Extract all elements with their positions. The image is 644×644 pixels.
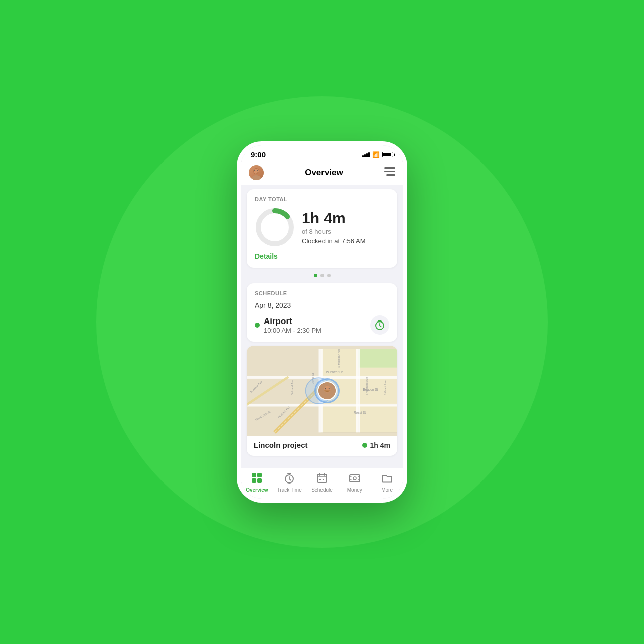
svg-text:W Potter Dr: W Potter Dr <box>326 370 343 374</box>
svg-text:Oakland Ave: Oakland Ave <box>291 380 294 395</box>
svg-point-52 <box>353 477 356 480</box>
svg-text:S Grant Ave: S Grant Ave <box>384 380 387 395</box>
nav-label-track-time: Track Time <box>277 487 302 493</box>
schedule-item: Airport 10:00 AM - 2:30 PM <box>255 315 389 335</box>
schedule-card: SCHEDULE Apr 8, 2023 Airport 10:00 AM - … <box>247 283 397 342</box>
map-footer: Lincoln project 1h 4m <box>247 436 397 454</box>
top-nav: Overview <box>241 161 403 185</box>
svg-rect-7 <box>386 174 395 176</box>
page-title: Overview <box>305 168 343 178</box>
svg-point-42 <box>329 388 330 389</box>
status-bar: 9:00 📶 <box>241 145 403 161</box>
nav-label-money: Money <box>347 487 362 493</box>
main-content: DAY TOTAL 1h 4m of 8 hours Cloc <box>241 185 403 468</box>
menu-icon[interactable] <box>384 167 395 179</box>
user-location-pin <box>314 378 340 403</box>
donut-chart <box>255 207 295 247</box>
money-icon <box>349 472 360 486</box>
svg-point-41 <box>325 388 326 389</box>
schedule-date: Apr 8, 2023 <box>255 301 389 309</box>
nav-label-more: More <box>381 487 393 493</box>
day-total-content: 1h 4m of 8 hours Clocked in at 7:56 AM <box>255 207 389 247</box>
svg-text:S Michigan Ave: S Michigan Ave <box>337 349 340 368</box>
status-icons: 📶 <box>362 151 393 158</box>
schedule-details: Airport 10:00 AM - 2:30 PM <box>264 316 321 334</box>
day-total-label: DAY TOTAL <box>255 196 389 202</box>
wifi-icon: 📶 <box>372 151 380 158</box>
svg-point-1 <box>252 175 261 180</box>
day-total-time: 1h 4m <box>302 210 365 227</box>
dot-1[interactable] <box>314 274 317 277</box>
schedule-time-range: 10:00 AM - 2:30 PM <box>264 327 321 334</box>
map-background: W Potter Dr Joyce St Oakland Ave S Linco… <box>247 346 397 436</box>
nav-label-overview: Overview <box>246 487 268 493</box>
nav-item-more[interactable]: More <box>373 472 401 493</box>
schedule-location: Airport <box>264 316 321 327</box>
svg-text:Rossi St: Rossi St <box>354 411 366 414</box>
svg-rect-48 <box>317 474 327 482</box>
day-total-card: DAY TOTAL 1h 4m of 8 hours Cloc <box>247 189 397 268</box>
day-total-of-hours: of 8 hours <box>302 228 365 235</box>
nav-label-schedule: Schedule <box>311 487 333 493</box>
calendar-icon <box>316 472 328 486</box>
svg-rect-51 <box>350 475 360 482</box>
phone-body: 9:00 📶 <box>237 141 407 503</box>
svg-rect-43 <box>252 473 256 477</box>
project-name: Lincoln project <box>254 441 308 449</box>
svg-rect-16 <box>358 405 397 433</box>
map-avatar <box>317 381 337 400</box>
grid-icon <box>251 472 262 486</box>
tracked-time: 1h 4m <box>362 441 390 449</box>
active-status-dot <box>362 443 367 448</box>
avatar[interactable] <box>249 165 264 180</box>
svg-rect-18 <box>358 349 397 368</box>
nav-item-schedule[interactable]: Schedule <box>308 472 336 493</box>
battery-icon <box>382 152 393 157</box>
clocked-in-time: Clocked in at 7:56 AM <box>302 237 365 245</box>
active-dot <box>255 323 260 328</box>
day-total-text: 1h 4m of 8 hours Clocked in at 7:56 AM <box>302 210 365 245</box>
svg-rect-46 <box>257 478 262 483</box>
svg-rect-44 <box>257 473 262 477</box>
svg-rect-49 <box>319 479 321 480</box>
svg-rect-17 <box>321 405 358 433</box>
dot-2[interactable] <box>320 274 324 277</box>
signal-icon <box>362 152 370 157</box>
svg-rect-50 <box>323 479 324 480</box>
nav-item-overview[interactable]: Overview <box>243 472 271 493</box>
nav-item-track-time[interactable]: Track Time <box>276 472 303 493</box>
status-time: 9:00 <box>251 150 266 159</box>
details-link[interactable]: Details <box>255 252 278 260</box>
map-card: W Potter Dr Joyce St Oakland Ave S Linco… <box>247 346 397 456</box>
svg-rect-45 <box>252 478 256 483</box>
page-dots <box>247 272 397 279</box>
timer-button[interactable] <box>370 315 389 335</box>
user-face <box>249 165 264 180</box>
timer-nav-icon <box>284 472 295 486</box>
dot-3[interactable] <box>327 274 331 277</box>
svg-point-4 <box>257 170 258 171</box>
phone-frame: 9:00 📶 <box>237 141 407 503</box>
svg-point-3 <box>254 170 255 171</box>
folder-icon <box>382 472 393 486</box>
nav-item-money[interactable]: Money <box>341 472 368 493</box>
svg-rect-22 <box>356 349 360 433</box>
svg-rect-5 <box>384 167 395 169</box>
map-time-value: 1h 4m <box>370 441 390 449</box>
svg-rect-6 <box>384 171 395 172</box>
bottom-nav: Overview Track Time <box>241 468 403 499</box>
svg-text:S Vermont Ave: S Vermont Ave <box>365 377 368 396</box>
schedule-left: Airport 10:00 AM - 2:30 PM <box>255 316 321 334</box>
schedule-label: SCHEDULE <box>255 290 389 296</box>
phone-screen: 9:00 📶 <box>241 145 403 499</box>
